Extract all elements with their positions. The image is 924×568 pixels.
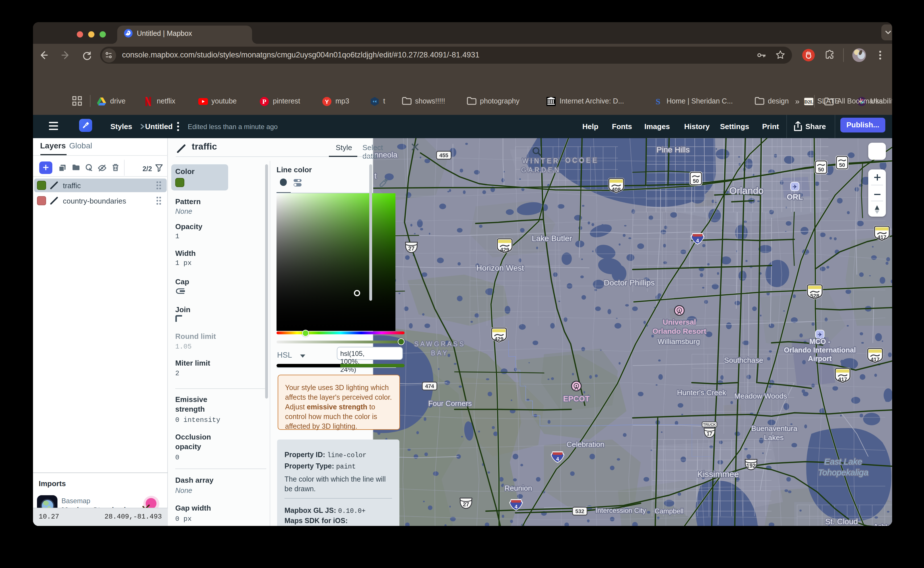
svg-text:Campbell: Campbell (654, 507, 683, 515)
svg-text:Buenaventura: Buenaventura (751, 424, 797, 432)
svg-text:532: 532 (575, 508, 584, 514)
svg-text:EPCOT: EPCOT (563, 394, 590, 403)
svg-text:417: 417 (877, 234, 886, 240)
svg-text:Orlando Resort: Orlando Resort (652, 327, 706, 335)
svg-text:Horizon West: Horizon West (476, 263, 524, 272)
svg-text:S: S (656, 97, 660, 106)
svg-text:429: 429 (500, 246, 509, 252)
svg-text:SAWGRASS: SAWGRASS (414, 340, 465, 347)
svg-text:MCO -: MCO - (809, 337, 830, 345)
svg-text:Reunion: Reunion (505, 483, 532, 492)
svg-text:Southchase: Southchase (724, 356, 763, 364)
svg-text:417: 417 (838, 376, 847, 382)
svg-text:P: P (262, 98, 266, 105)
svg-text:50: 50 (839, 162, 845, 168)
svg-text:Lake Butler: Lake Butler (532, 234, 572, 243)
svg-text:Kissimmee: Kissimmee (697, 469, 739, 479)
svg-text:Celebration: Celebration (567, 440, 604, 448)
svg-text:4: 4 (515, 504, 518, 509)
svg-text:Four Corners: Four Corners (428, 399, 472, 407)
svg-text:Williamsburg: Williamsburg (658, 337, 700, 345)
svg-text:Y: Y (324, 98, 329, 104)
svg-text:✈: ✈ (818, 331, 823, 337)
svg-text:Orlando: Orlando (729, 185, 764, 196)
svg-text:ORL: ORL (787, 192, 803, 201)
svg-text:Hunter's Creek: Hunter's Creek (677, 388, 727, 397)
svg-text:Pine Hills: Pine Hills (657, 145, 690, 154)
svg-text:192: 192 (746, 462, 756, 468)
svg-text:D2L: D2L (804, 99, 813, 104)
svg-text:455: 455 (439, 152, 448, 158)
svg-text:17: 17 (707, 431, 712, 437)
svg-text:Meadow Woods: Meadow Woods (734, 391, 787, 400)
svg-text:408: 408 (612, 186, 621, 192)
svg-text:✈: ✈ (792, 183, 797, 190)
svg-text:Orlando International: Orlando International (784, 346, 856, 353)
svg-text:Tohopekaliga: Tohopekaliga (818, 467, 868, 477)
svg-text:OCOEE: OCOEE (565, 156, 599, 164)
svg-text:50: 50 (818, 166, 824, 172)
svg-text:Ashton: Ashton (874, 522, 892, 526)
svg-text:Universal: Universal (663, 317, 696, 326)
svg-text:t: t (374, 171, 377, 180)
svg-text:474: 474 (425, 383, 434, 389)
svg-text:27: 27 (408, 245, 415, 251)
svg-text:BAY: BAY (431, 349, 448, 357)
svg-text:27: 27 (463, 501, 469, 507)
svg-text:East Lake: East Lake (824, 456, 862, 466)
svg-text:Intercession City: Intercession City (595, 506, 646, 514)
svg-text:St. Cloud: St. Cloud (825, 517, 858, 526)
svg-text:4: 4 (696, 238, 699, 243)
svg-text:Doctor Phillips: Doctor Phillips (604, 278, 655, 287)
svg-text:Airport: Airport (808, 354, 832, 362)
svg-text:4: 4 (556, 456, 559, 462)
svg-text:WINTER: WINTER (522, 157, 560, 164)
svg-text:GARDEN: GARDEN (521, 166, 561, 174)
svg-text:417: 417 (871, 356, 880, 362)
svg-text:TRUCK: TRUCK (703, 422, 716, 426)
svg-text:Lakes: Lakes (764, 433, 783, 441)
svg-text:528: 528 (810, 293, 819, 299)
svg-text:429: 429 (494, 336, 503, 342)
svg-text:50: 50 (693, 178, 699, 184)
